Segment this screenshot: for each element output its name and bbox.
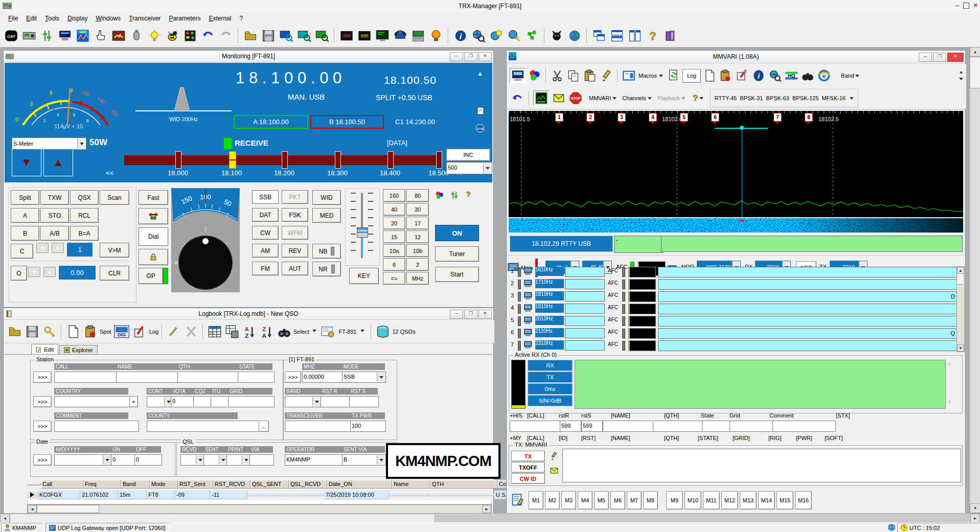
menu-item[interactable]: Windows: [92, 13, 125, 24]
decode-preview-box[interactable]: [661, 236, 963, 252]
rx-cursor-line[interactable]: [742, 128, 742, 217]
channel-frequency[interactable]: 1710Hz: [535, 279, 564, 288]
help-icon[interactable]: ?: [645, 28, 661, 43]
band-select[interactable]: [285, 396, 322, 407]
band-marker-current[interactable]: [229, 151, 236, 169]
channel-afc-label[interactable]: AFC: [608, 317, 618, 322]
scroll-thumb[interactable]: [37, 505, 99, 513]
band-button[interactable]: 80: [406, 189, 429, 202]
playback-menu-label[interactable]: Playback: [657, 95, 680, 101]
mhz-input[interactable]: 0.00000: [302, 372, 343, 383]
rig-link-button[interactable]: [139, 208, 168, 224]
edit-pencil-icon[interactable]: [550, 452, 558, 461]
mode-button[interactable]: FSK: [282, 208, 308, 222]
chevron-down-icon[interactable]: [196, 455, 204, 465]
chevron-down-icon[interactable]: [612, 97, 617, 102]
chevron-down-icon[interactable]: [377, 455, 385, 465]
tab-explorer[interactable]: Explorer: [59, 345, 98, 355]
window-cascade-icon[interactable]: [591, 28, 607, 43]
wid-button[interactable]: WID: [312, 190, 341, 205]
goto-comment-button[interactable]: >>>: [33, 421, 52, 432]
chevron-down-icon[interactable]: [699, 97, 703, 102]
channel-monitor-icon[interactable]: [524, 329, 532, 338]
step-select[interactable]: 500: [446, 162, 492, 174]
log-label[interactable]: Log: [149, 329, 158, 335]
tx-button[interactable]: TX: [528, 372, 573, 383]
hamqth-icon[interactable]: HQ: [784, 68, 799, 83]
goto-call-button[interactable]: >>>: [33, 372, 52, 383]
qsl-rcvd-select[interactable]: [180, 454, 205, 466]
his-comment-input[interactable]: [772, 421, 836, 432]
scroll-thumb[interactable]: [957, 274, 963, 285]
mode-button[interactable]: FM: [252, 262, 279, 275]
channel-row[interactable]: 4 1910Hz AFC: [509, 303, 955, 314]
sort-asc-icon[interactable]: AZ: [241, 324, 258, 339]
spot-label[interactable]: Spot: [100, 329, 111, 335]
his-grid-input[interactable]: [730, 421, 773, 432]
chevron-down-icon[interactable]: [312, 397, 321, 406]
mode-button[interactable]: AM: [252, 244, 279, 258]
txoff-button[interactable]: TXOFF: [511, 462, 545, 473]
comment-input[interactable]: [54, 421, 139, 432]
channel-row[interactable]: 5 2010Hz AFC: [509, 315, 955, 326]
station-setup-icon[interactable]: [57, 28, 73, 43]
edit-log-icon[interactable]: [132, 324, 148, 339]
lamp-icon[interactable]: [428, 28, 444, 43]
chevron-up-icon[interactable]: ▲: [477, 70, 483, 77]
qrz-lookup-icon[interactable]: [506, 28, 522, 43]
grid-export-icon[interactable]: [224, 324, 240, 339]
channel-decode-text[interactable]: [658, 316, 958, 327]
chevron-down-icon[interactable]: [103, 455, 111, 465]
channel-frequency[interactable]: 2110Hz: [535, 328, 564, 337]
sent-via-select[interactable]: B: [342, 454, 386, 466]
iota-input[interactable]: 0: [171, 396, 196, 407]
channel-afc-label[interactable]: AFC: [608, 268, 618, 273]
table-cell[interactable]: [247, 494, 286, 496]
rcl-button[interactable]: RCL: [70, 208, 99, 223]
qth-input[interactable]: [177, 372, 240, 383]
dial-button[interactable]: Dial: [139, 227, 168, 246]
start-button[interactable]: Start: [435, 267, 479, 282]
help-icon[interactable]: ?: [466, 189, 470, 198]
mode-presets[interactable]: RTTY-45 BPSK-31 BPSK-63 BPSK-125 MFSK-16: [715, 95, 846, 101]
audio-monitor-icon[interactable]: [392, 28, 408, 43]
channel-monitor-icon[interactable]: [524, 280, 532, 289]
scroll-down-icon[interactable]: ∨: [948, 399, 951, 404]
table-cell[interactable]: [427, 494, 494, 496]
mmvari-launch-icon[interactable]: VARI: [75, 28, 91, 43]
grayline-icon[interactable]: [524, 28, 540, 43]
macro-button[interactable]: M9: [666, 491, 683, 510]
mode-button[interactable]: REV: [282, 244, 308, 258]
his-rstr-input[interactable]: 599: [560, 421, 581, 432]
rx-button[interactable]: RX: [528, 360, 573, 371]
qsl-via-input[interactable]: [249, 454, 274, 466]
split-button[interactable]: Split: [11, 190, 39, 205]
offset-down-button[interactable]: [28, 267, 40, 277]
chevron-down-icon[interactable]: [648, 97, 652, 102]
channel-row[interactable]: 1 1610Hz AFC: [509, 266, 955, 277]
rig-select-label[interactable]: FT-891: [339, 329, 357, 335]
table-cell[interactable]: 15m: [118, 491, 147, 499]
band-button[interactable]: 160: [383, 189, 405, 202]
snr-button[interactable]: S/N=0dB: [528, 395, 573, 406]
mode-button[interactable]: WFM: [282, 226, 308, 240]
undo-icon[interactable]: [200, 28, 216, 43]
control-panel-icon[interactable]: [182, 28, 198, 43]
menu-item[interactable]: Parameters: [165, 13, 204, 24]
scroll-up-icon[interactable]: ∧: [948, 361, 951, 366]
monitor-scan-blue-icon[interactable]: [278, 28, 294, 43]
chevron-down-icon[interactable]: [855, 75, 859, 79]
table-header-cell[interactable]: Band: [121, 480, 150, 489]
close-icon[interactable]: ✕: [973, 2, 978, 9]
info-icon[interactable]: i: [452, 28, 469, 43]
terminal-icon[interactable]: [374, 28, 391, 43]
channel-row[interactable]: 2 1710Hz AFC: [509, 279, 955, 289]
channel-monitor-icon[interactable]: [524, 267, 532, 276]
minimize-icon[interactable]: ─: [450, 310, 463, 319]
band-label[interactable]: Band: [841, 73, 854, 79]
cwid-button[interactable]: CW ID: [511, 473, 545, 484]
rx-window-icon[interactable]: [510, 68, 526, 83]
call-input[interactable]: [54, 372, 118, 383]
table-header-cell[interactable]: QSL_RCVD: [289, 480, 327, 489]
macro-button[interactable]: M10: [685, 491, 701, 510]
